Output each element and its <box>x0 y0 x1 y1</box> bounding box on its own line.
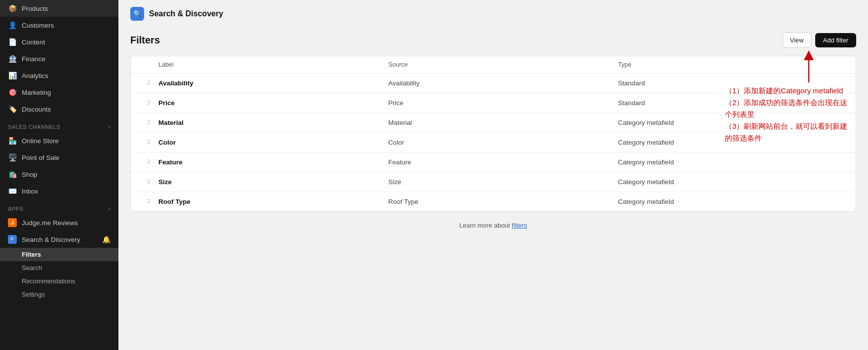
content-area: Filters View Add filter Label Source Typ… <box>118 21 868 350</box>
cell-type: Category metafield <box>618 198 848 205</box>
sidebar-item-finance[interactable]: 🏦 Finance <box>0 50 118 67</box>
cell-source: Feature <box>388 158 618 166</box>
col-header-type: Type <box>618 61 848 68</box>
sidebar-item-discounts[interactable]: 🏷️ Discounts <box>0 101 118 117</box>
shop-icon: 🛍️ <box>8 170 17 179</box>
discounts-icon: 🏷️ <box>8 105 17 114</box>
cell-label: Color <box>158 139 388 146</box>
cell-label: Size <box>158 178 388 186</box>
sidebar-label-discounts: Discounts <box>22 106 51 113</box>
sidebar-label-content: Content <box>22 39 45 46</box>
cell-label: Material <box>158 119 388 126</box>
apps-section: Apps › <box>0 199 118 214</box>
sidebar-label-products: Products <box>22 5 48 12</box>
sidebar-sub-settings[interactable]: Settings <box>0 288 118 301</box>
table-row[interactable]: ⠿ Price Price Standard <box>131 93 856 113</box>
cell-source: Availability <box>388 79 618 87</box>
add-filter-button[interactable]: Add filter <box>815 33 856 47</box>
drag-handle[interactable]: ⠿ <box>139 159 158 166</box>
main-content: 🔍 Search & Discovery Filters View Add fi… <box>118 0 868 350</box>
finance-icon: 🏦 <box>8 54 17 63</box>
sidebar-label-analytics: Analytics <box>22 72 48 79</box>
cell-type: Category metafield <box>618 139 848 146</box>
sidebar-item-online-store[interactable]: 🏪 Online Store <box>0 132 118 149</box>
sidebar-item-shop[interactable]: 🛍️ Shop <box>0 166 118 183</box>
sidebar-sub-filters[interactable]: Filters <box>0 248 118 261</box>
sidebar-item-analytics[interactable]: 📊 Analytics <box>0 67 118 84</box>
sidebar-item-content[interactable]: 📄 Content <box>0 34 118 50</box>
marketing-icon: 🎯 <box>8 88 17 97</box>
table-body: ⠿ Availability Availability Standard ⠿ P… <box>131 74 856 211</box>
filters-actions: View Add filter <box>783 33 856 48</box>
cell-label: Roof Type <box>158 198 388 205</box>
sidebar-item-customers[interactable]: 👤 Customers <box>0 17 118 34</box>
cell-source: Size <box>388 178 618 186</box>
drag-handle[interactable]: ⠿ <box>139 80 158 87</box>
sidebar-label-point-of-sale: Point of Sale <box>22 154 60 161</box>
sidebar-item-products[interactable]: 📦 Products <box>0 0 118 17</box>
table-row[interactable]: ⠿ Roof Type Roof Type Category metafield <box>131 192 856 211</box>
drag-col-header <box>139 61 158 68</box>
app-icon: 🔍 <box>130 7 144 21</box>
page-title: Filters <box>130 35 160 46</box>
cell-type: Category metafield <box>618 119 848 126</box>
sidebar-label-customers: Customers <box>22 22 54 29</box>
filters-header: Filters View Add filter <box>130 33 856 48</box>
drag-handle[interactable]: ⠿ <box>139 179 158 186</box>
col-header-source: Source <box>388 61 618 68</box>
table-row[interactable]: ⠿ Size Size Category metafield <box>131 172 856 192</box>
cell-source: Price <box>388 99 618 107</box>
sidebar-item-judge-me[interactable]: J Judge.me Reviews <box>0 214 118 231</box>
apps-chevron[interactable]: › <box>108 205 111 212</box>
filters-link[interactable]: filters <box>512 222 527 229</box>
drag-handle[interactable]: ⠿ <box>139 119 158 126</box>
analytics-icon: 📊 <box>8 71 17 80</box>
cell-type: Standard <box>618 99 848 107</box>
table-row[interactable]: ⠿ Availability Availability Standard <box>131 74 856 93</box>
cell-source: Color <box>388 139 618 146</box>
sidebar-label-finance: Finance <box>22 55 45 63</box>
sidebar-item-search-discovery[interactable]: 🔍 Search & Discovery 🔔 <box>0 231 118 248</box>
bell-icon: 🔔 <box>102 235 111 243</box>
table-header: Label Source Type <box>131 56 856 74</box>
filters-table: Label Source Type ⠿ Availability Availab… <box>130 56 856 212</box>
sidebar-item-inbox[interactable]: ✉️ Inbox <box>0 183 118 199</box>
learn-more-text: Learn more about <box>459 222 512 229</box>
sidebar-label-marketing: Marketing <box>22 89 51 96</box>
cell-label: Price <box>158 99 388 107</box>
sidebar-item-marketing[interactable]: 🎯 Marketing <box>0 84 118 101</box>
sidebar-item-point-of-sale[interactable]: 🖥️ Point of Sale <box>0 149 118 166</box>
topbar: 🔍 Search & Discovery <box>118 0 868 21</box>
view-button[interactable]: View <box>783 33 811 48</box>
search-discovery-left: 🔍 Search & Discovery <box>8 235 80 244</box>
table-row[interactable]: ⠿ Material Material Category metafield <box>131 113 856 133</box>
cell-type: Category metafield <box>618 158 848 166</box>
cell-type: Standard <box>618 79 848 87</box>
judge-me-icon: J <box>8 218 17 227</box>
customers-icon: 👤 <box>8 21 17 30</box>
table-row[interactable]: ⠿ Feature Feature Category metafield <box>131 153 856 172</box>
sidebar-label-online-store: Online Store <box>22 137 59 145</box>
cell-source: Roof Type <box>388 198 618 205</box>
drag-handle[interactable]: ⠿ <box>139 100 158 107</box>
sidebar: 📦 Products 👤 Customers 📄 Content 🏦 Finan… <box>0 0 118 350</box>
point-of-sale-icon: 🖥️ <box>8 153 17 162</box>
sidebar-label-shop: Shop <box>22 171 38 178</box>
sidebar-label-search-discovery: Search & Discovery <box>22 236 80 243</box>
col-header-label: Label <box>158 61 388 68</box>
topbar-title: Search & Discovery <box>149 9 223 18</box>
sales-channels-chevron[interactable]: › <box>108 123 111 130</box>
table-row[interactable]: ⠿ Color Color Category metafield <box>131 133 856 153</box>
online-store-icon: 🏪 <box>8 136 17 145</box>
sidebar-sub-search[interactable]: Search <box>0 261 118 274</box>
learn-more: Learn more about filters <box>130 222 856 229</box>
drag-handle[interactable]: ⠿ <box>139 198 158 205</box>
inbox-icon: ✉️ <box>8 187 17 195</box>
sidebar-label-judge-me: Judge.me Reviews <box>22 219 78 227</box>
content-icon: 📄 <box>8 38 17 46</box>
sidebar-sub-recommendations[interactable]: Recommendations <box>0 274 118 288</box>
drag-handle[interactable]: ⠿ <box>139 139 158 146</box>
cell-type: Category metafield <box>618 178 848 186</box>
cell-label: Availability <box>158 79 388 87</box>
search-discovery-icon: 🔍 <box>8 235 17 244</box>
